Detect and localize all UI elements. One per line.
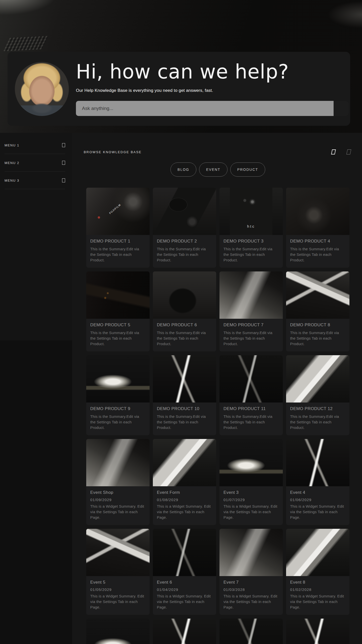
event-card[interactable]: Event 801/02/2028This is a Widget Summar… [286,529,349,615]
card-title: Event 5 [90,580,146,585]
card-date: 01/08/2029 [157,498,212,502]
event-card[interactable]: Event 1101/11/2028This is a Widget Summa… [219,619,283,644]
card-title: DEMO PRODUCT 3 [223,239,279,244]
card-title: Event Form [157,490,212,495]
product-card[interactable]: DEMO PRODUCT 8This is the Summary.Edit v… [286,271,349,351]
card-summary: This is the Summary.Edit via the Setting… [290,414,345,430]
hero-text-block: Hi, how can we help? Our Help Knowledge … [76,62,350,116]
card-title: DEMO PRODUCT 12 [290,406,345,411]
sidebar-item-menu-1[interactable]: MENU 1 [5,136,65,154]
image-brand-label: htc [247,224,255,228]
product-card[interactable]: DEMO PRODUCT 10This is the Summary.Edit … [153,355,216,435]
product-card[interactable]: DEMO PRODUCT 9This is the Summary.Edit v… [86,355,150,435]
card-title: Event 3 [223,490,279,495]
card-title: Event 4 [290,490,345,495]
card-title: DEMO PRODUCT 6 [157,323,212,328]
card-summary: This is the Summary.Edit via the Setting… [223,246,279,263]
product-card[interactable]: DEMO PRODUCT 12This is the Summary.Edit … [286,355,349,435]
card-summary: This is a Widget Summary. Edit via the S… [223,593,279,610]
card-body: Event 301/07/2029This is a Widget Summar… [219,486,283,525]
product-card[interactable]: DEMO PRODUCT 2This is the Summary.Edit v… [153,188,216,268]
camera-back-image [153,188,216,235]
card-body: Event 401/06/2029This is a Widget Summar… [286,486,349,525]
view-toggle-icon-1[interactable] [331,149,336,154]
product-card[interactable]: DEMO PRODUCT 7This is the Summary.Edit v… [219,271,283,351]
sidebar-item-menu-3[interactable]: MENU 3 [5,172,65,189]
opera-sails-grey-image [286,355,349,403]
product-card[interactable]: DEMO PRODUCT 4This is the Summary.Edit v… [286,188,349,268]
filter-event[interactable]: EVENT [199,163,228,177]
card-title: Event Shop [90,490,146,495]
card-date: 01/07/2029 [223,498,279,502]
event-card[interactable]: Event Form01/08/2029This is a Widget Sum… [153,439,216,525]
product-card[interactable]: DEMO PRODUCT 11This is the Summary.Edit … [219,355,283,435]
card-summary: This is a Widget Summary. Edit via the S… [223,504,279,520]
opera-sails-grey-image [286,529,349,576]
opera-peak-dark-image [219,355,283,403]
card-date: 01/06/2029 [290,498,345,502]
opera-peak-image [286,439,349,486]
filter-blog[interactable]: BLOG [170,163,196,177]
opera-harbor-image [219,439,283,486]
search-input[interactable] [76,101,334,116]
view-toggle-group [332,149,351,154]
camera-front-image [286,188,349,235]
page-title: Hi, how can we help? [76,62,349,82]
event-card[interactable]: Event 1001/12/2028This is a Widget Summa… [153,619,216,644]
card-date: 01/03/2028 [223,587,279,592]
card-grid: FUJIFILMDEMO PRODUCT 1This is the Summar… [86,188,349,644]
card-body: DEMO PRODUCT 4This is the Summary.Edit v… [286,235,349,268]
card-title: DEMO PRODUCT 1 [90,239,146,244]
card-summary: This is a Widget Summary. Edit via the S… [157,593,212,610]
opera-peak-image [153,619,216,644]
opera-sails-grey-image [153,439,216,486]
card-date: 01/05/2029 [90,587,146,592]
camera-lens-dark-image [86,271,150,319]
sidebar-item-label: MENU 2 [5,161,19,165]
event-card[interactable]: Event Shop01/09/2029This is a Widget Sum… [86,439,150,525]
product-card[interactable]: DEMO PRODUCT 5This is the Summary.Edit v… [86,271,150,351]
card-summary: This is the Summary.Edit via the Setting… [290,330,345,347]
card-summary: This is the Summary.Edit via the Setting… [223,330,279,347]
product-card[interactable]: FUJIFILMDEMO PRODUCT 1This is the Summar… [86,188,150,268]
card-summary: This is the Summary.Edit via the Setting… [157,246,212,263]
user-avatar [15,62,69,116]
card-summary: This is the Summary.Edit via the Setting… [90,414,146,430]
card-body: Event Shop01/09/2029This is a Widget Sum… [86,486,150,525]
opera-harbor-image [86,619,150,644]
card-summary: This is the Summary.Edit via the Setting… [90,246,146,263]
hero-banner-photo: Hi, how can we help? Our Help Knowledge … [0,0,362,133]
main-content: BROWSE KNOWLEDGE BASE BLOGEVENTPRODUCT F… [72,133,362,644]
event-card[interactable]: Event 601/04/2029This is a Widget Summar… [153,529,216,615]
card-summary: This is a Widget Summary. Edit via the S… [157,504,212,520]
opera-stairs-image [219,529,283,576]
card-body: DEMO PRODUCT 10This is the Summary.Edit … [153,403,216,435]
product-card[interactable]: htcDEMO PRODUCT 3This is the Summary.Edi… [219,188,283,268]
opera-harbor-image [86,355,150,403]
sidebar-item-menu-2[interactable]: MENU 2 [5,154,65,172]
view-toggle-icon-2[interactable] [346,149,351,154]
card-body: DEMO PRODUCT 2This is the Summary.Edit v… [153,235,216,268]
search-button[interactable] [334,101,349,116]
product-card[interactable]: DEMO PRODUCT 6This is the Summary.Edit v… [153,271,216,351]
menu-placeholder-icon [62,143,65,147]
htc-phone-image: htc [219,188,283,235]
image-brand-label: FUJIFILM [109,203,121,215]
event-card[interactable]: Event 1201/10/2028This is a Widget Summa… [286,619,349,644]
card-summary: This is the Summary.Edit via the Setting… [290,246,345,263]
event-card[interactable]: Event 401/06/2029This is a Widget Summar… [286,439,349,525]
opera-sails-image [86,529,150,576]
event-card[interactable]: Event 501/05/2029This is a Widget Summar… [86,529,150,615]
card-body: DEMO PRODUCT 6This is the Summary.Edit v… [153,319,216,351]
event-card[interactable]: Event 901/01/2028This is a Widget Summar… [86,619,150,644]
card-summary: This is a Widget Summary. Edit via the S… [290,593,345,610]
opera-peak-image [286,619,349,644]
opera-stairs-image [86,439,150,486]
menu-placeholder-icon [62,178,65,182]
event-card[interactable]: Event 301/07/2029This is a Widget Summar… [219,439,283,525]
sidebar-item-label: MENU 1 [5,143,19,147]
filter-product[interactable]: PRODUCT [230,163,265,177]
card-date: 01/09/2029 [90,498,146,502]
event-card[interactable]: Event 701/03/2028This is a Widget Summar… [219,529,283,615]
card-title: Event 6 [157,580,212,585]
